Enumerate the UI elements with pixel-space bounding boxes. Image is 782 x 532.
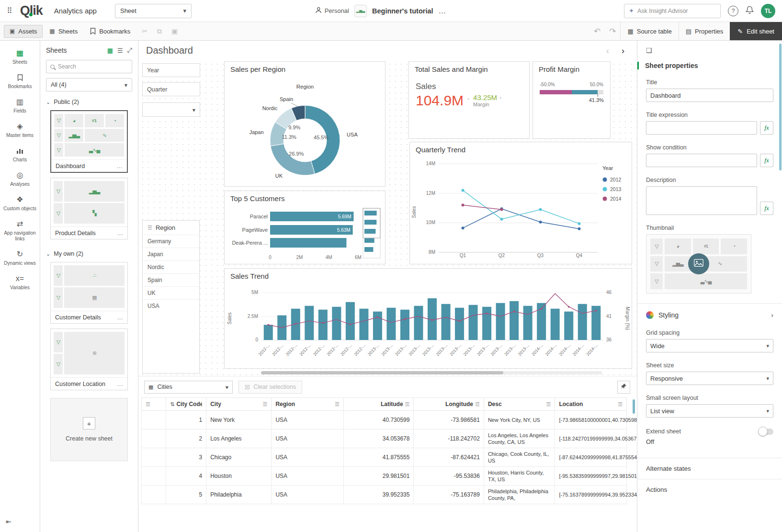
sheet-more-options-button[interactable]: …: [117, 380, 123, 387]
cut-button[interactable]: ✂: [137, 27, 152, 35]
rail-item-master-items[interactable]: ◈Master items: [0, 118, 40, 142]
sheet-card-dashboard[interactable]: ▽◕#1◔▽▂▅▃∿▽▃∿▄Dashboard…: [50, 110, 128, 173]
app-name[interactable]: Beginner's tutorial: [372, 7, 433, 15]
pin-button[interactable]: [617, 381, 630, 394]
help-button[interactable]: ?: [728, 6, 738, 16]
table-cell[interactable]: -95.53836: [414, 467, 484, 486]
rail-item-sheets[interactable]: ▦Sheets: [0, 45, 40, 69]
sheet-more-options-button[interactable]: …: [116, 162, 123, 170]
table-cell[interactable]: [-73.98658100000001,40.730598999999996]: [555, 411, 627, 430]
region-item-germany[interactable]: Germany: [143, 235, 199, 248]
region-item-spain[interactable]: Spain: [143, 273, 199, 286]
copy-button[interactable]: ⧉: [152, 27, 167, 35]
region-filter-pane[interactable]: ☰ Region GermanyJapanNordicSpainUKUSA: [142, 220, 200, 374]
table-cell[interactable]: [-75.16378999999994,39.952334999999998]: [555, 486, 627, 504]
table-cell[interactable]: -87.624421: [414, 448, 484, 467]
sheet-filter-dropdown[interactable]: All (4) ▾: [46, 78, 132, 91]
clear-selections-button[interactable]: ☒ Clear selections: [238, 381, 302, 394]
table-cell[interactable]: 4: [166, 467, 206, 486]
table-cell[interactable]: USA: [272, 448, 344, 467]
list-view-button[interactable]: ☰: [117, 47, 123, 54]
sheet-search[interactable]: [46, 60, 132, 73]
properties-scrollbar[interactable]: [779, 44, 782, 170]
column-menu-icon[interactable]: ☰: [335, 401, 340, 407]
table-cell[interactable]: New York City, NY, US: [484, 411, 555, 430]
insight-advisor-input[interactable]: [637, 8, 716, 14]
table-cell[interactable]: [-95.53835999999997,29.981501000000002]: [555, 467, 627, 486]
sheet-more-options-button[interactable]: …: [117, 314, 123, 321]
section-header[interactable]: ⌄My own (2): [40, 244, 138, 260]
total-sales-margin-kpi[interactable]: Total Sales and Margin Sales 104.9M - 43…: [408, 61, 530, 139]
column-header[interactable]: ☰: [142, 398, 166, 411]
user-avatar[interactable]: TL: [761, 4, 775, 18]
region-item-uk[interactable]: UK: [143, 286, 199, 299]
table-cell[interactable]: 40.730599: [343, 411, 413, 430]
column-header-desc[interactable]: Desc☰: [484, 398, 555, 411]
rail-item-fields[interactable]: ▥Fields: [0, 93, 40, 118]
table-cell[interactable]: Philadelphia, Philadelphia County, PA,: [484, 486, 555, 504]
space-selector[interactable]: Personal: [315, 7, 349, 15]
rail-item-dynamic-views[interactable]: ↻Dynamic views: [0, 246, 40, 270]
app-switcher-button[interactable]: ⠿: [7, 7, 12, 15]
column-header-location[interactable]: Location☰: [555, 398, 627, 411]
table-cell[interactable]: Houston, Harris County, TX, US: [484, 467, 555, 486]
properties-button[interactable]: ▤ Properties: [679, 22, 730, 40]
create-new-sheet-button[interactable]: + Create new sheet: [50, 398, 128, 461]
next-sheet-button[interactable]: ›: [617, 44, 629, 57]
view-type-dropdown[interactable]: Sheet ▾: [115, 4, 192, 18]
table-scrollbar[interactable]: [633, 399, 635, 414]
line-chart[interactable]: 14M12M10M8MQ1Q2Q3Q4SalesYear201220132014: [410, 155, 632, 262]
column-menu-icon[interactable]: ☰: [405, 401, 410, 407]
table-cell[interactable]: Chicago: [206, 448, 272, 467]
source-table-button[interactable]: ▦ Source table: [620, 22, 678, 40]
table-cell[interactable]: Chicago, Cook County, IL, US: [484, 448, 555, 467]
table-cell[interactable]: [-118.24270199999999,34.053677999999998]: [555, 430, 627, 448]
donut-chart[interactable]: 45.5%26.9%11.3%9.9%USAUKJapanNordicSpain…: [225, 74, 385, 184]
column-menu-icon[interactable]: ☰: [146, 401, 150, 407]
grid-view-button[interactable]: ▦: [107, 47, 113, 54]
sheet-more-options-button[interactable]: …: [117, 229, 123, 237]
collapse-panel-button[interactable]: ⇤: [6, 518, 11, 525]
column-header-region[interactable]: Region☰: [272, 398, 344, 411]
table-cell[interactable]: New York: [206, 411, 272, 430]
alternate-states-section[interactable]: Alternate states: [646, 458, 773, 472]
app-more-options-button[interactable]: …: [439, 7, 446, 15]
table-row[interactable]: 1New YorkUSA40.730599-73.986581New York …: [142, 411, 627, 430]
sheet-search-input[interactable]: [58, 63, 128, 70]
table-cell[interactable]: USA: [272, 486, 344, 504]
table-cell[interactable]: -73.986581: [414, 411, 484, 430]
table-cell[interactable]: USA: [272, 467, 344, 486]
sort-icon[interactable]: ⇅: [170, 401, 174, 407]
year-filter[interactable]: Year: [142, 63, 200, 77]
empty-filter-dropdown[interactable]: ▾: [142, 102, 200, 117]
toolbar-tab-sheets[interactable]: ▦Sheets: [44, 25, 83, 38]
column-header-city[interactable]: City☰: [206, 398, 272, 411]
bar-chart[interactable]: Paracel5.69MPageWave5.63MDeak-Perera ...…: [225, 204, 385, 262]
edit-sheet-button[interactable]: ✎ Edit sheet: [730, 22, 782, 40]
sheet-size-select[interactable]: Responsive ▾: [646, 372, 773, 385]
region-item-nordic[interactable]: Nordic: [143, 260, 199, 273]
sheet-card-customer-location[interactable]: ▽▽⊕Customer Location…: [50, 328, 128, 390]
actions-section[interactable]: Actions: [646, 479, 773, 493]
notifications-button[interactable]: [746, 6, 754, 16]
sheet-title-input[interactable]: [646, 89, 773, 102]
quarterly-trend-chart[interactable]: Quarterly Trend 14M12M10M8MQ1Q2Q3Q4Sales…: [409, 142, 632, 264]
table-row[interactable]: 2Los AngelesUSA34.053678-118.242702Los A…: [142, 430, 627, 448]
show-condition-fx-button[interactable]: fx: [760, 154, 773, 167]
title-expression-input[interactable]: [646, 121, 757, 135]
description-fx-button[interactable]: fx: [760, 202, 773, 215]
table-cell[interactable]: 29.981501: [343, 467, 413, 486]
column-header-city-code[interactable]: ⇅City Code: [166, 398, 206, 411]
expand-panel-button[interactable]: ⤢: [127, 46, 132, 54]
chart-horizontal-scrollbar[interactable]: [261, 371, 602, 374]
table-cell[interactable]: 2: [166, 430, 206, 448]
table-cell[interactable]: 3: [166, 448, 206, 467]
top-5-customers-chart[interactable]: Top 5 Customers Paracel5.69MPageWave5.63…: [224, 191, 385, 264]
table-cell[interactable]: [-87.62442099999998,41.875554999999999]: [555, 448, 627, 467]
styling-section-button[interactable]: Styling ›: [646, 304, 773, 320]
undo-button[interactable]: ↶: [589, 26, 605, 36]
table-cell[interactable]: USA: [272, 411, 344, 430]
column-menu-icon[interactable]: ☰: [475, 401, 480, 407]
region-item-japan[interactable]: Japan: [143, 248, 199, 260]
show-condition-input[interactable]: [646, 154, 757, 167]
